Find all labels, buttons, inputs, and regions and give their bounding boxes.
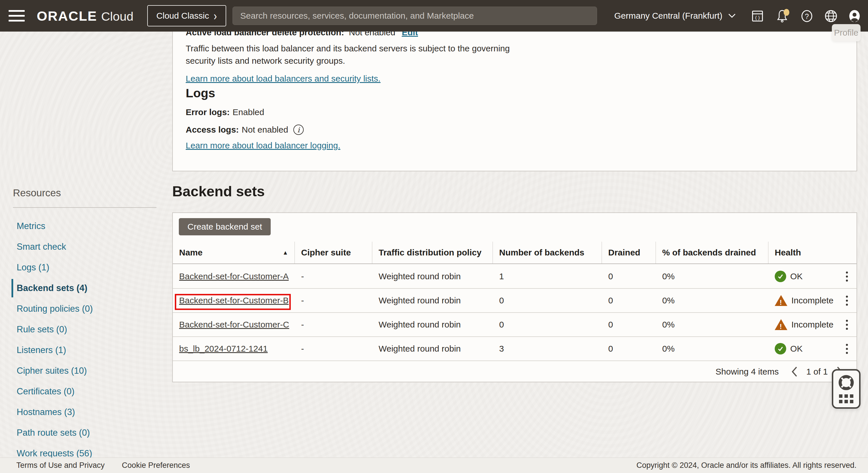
cookie-preferences-link[interactable]: Cookie Preferences [122, 461, 190, 470]
column-header-cipher-suite[interactable]: Cipher suite [295, 242, 372, 263]
drained-value: 0 [602, 344, 656, 354]
traffic-policy-value: Weighted round robin [372, 296, 493, 305]
info-icon[interactable]: i [293, 125, 304, 135]
health-ok-icon [775, 343, 786, 354]
logs-heading: Logs [186, 86, 215, 100]
column-header-pct-backends-drained[interactable]: % of backends drained [656, 242, 768, 263]
app-grid-icon[interactable] [839, 395, 854, 403]
table-header-row: Name▲ Cipher suite Traffic distribution … [173, 242, 857, 264]
backend-set-link[interactable]: bs_lb_2024-0712-1241 [179, 344, 268, 353]
drained-value: 0 [602, 272, 656, 281]
brand-oracle: ORACLE [37, 8, 97, 24]
backends-count-value: 1 [493, 272, 602, 281]
cipher-suite-value: - [295, 320, 372, 329]
row-actions-kebab-icon[interactable] [844, 269, 850, 284]
backend-set-link[interactable]: Backend-set-for-Customer-B [179, 296, 289, 305]
sidebar-divider [13, 207, 156, 208]
column-header-drained[interactable]: Drained [602, 242, 656, 263]
page-footer: Terms of Use and Privacy Cookie Preferen… [0, 458, 868, 473]
column-header-health[interactable]: Health [768, 242, 857, 263]
backend-set-link[interactable]: Backend-set-for-Customer-C [179, 320, 289, 329]
error-logs-label: Error logs: [186, 107, 229, 117]
backends-count-value: 3 [493, 344, 602, 354]
svg-text:?: ? [805, 12, 809, 20]
table-footer: Showing 4 items 1 of 1 [173, 361, 857, 382]
table-row: Backend-set-for-Customer-C - Weighted ro… [173, 313, 857, 337]
row-actions-kebab-icon[interactable] [844, 317, 850, 333]
sidebar-item-listeners[interactable]: Listeners (1) [0, 340, 161, 360]
load-balancer-details-card: Active load balancer delete protection: … [172, 20, 857, 171]
cipher-suite-value: - [295, 296, 372, 305]
table-body: Backend-set-for-Customer-A - Weighted ro… [173, 264, 857, 361]
showing-items-text: Showing 4 items [716, 367, 779, 377]
health-status-label: OK [790, 272, 803, 281]
column-header-number-of-backends[interactable]: Number of backends [493, 242, 602, 263]
terms-privacy-link[interactable]: Terms of Use and Privacy [17, 461, 105, 470]
globe-language-icon[interactable] [825, 9, 838, 23]
row-actions-kebab-icon[interactable] [844, 293, 850, 309]
column-header-traffic-policy[interactable]: Traffic distribution policy [372, 242, 493, 263]
table-row: Backend-set-for-Customer-A - Weighted ro… [173, 264, 857, 289]
sidebar-item-certificates[interactable]: Certificates (0) [0, 381, 161, 402]
sidebar-item-rule-sets[interactable]: Rule sets (0) [0, 319, 161, 340]
traffic-description: Traffic between this load balancer and i… [186, 42, 510, 67]
sidebar-item-path-route-sets[interactable]: Path route sets (0) [0, 422, 161, 443]
developer-console-icon[interactable]: ⟨⟩ [751, 9, 764, 23]
notifications-bell-icon[interactable] [776, 9, 789, 23]
security-lists-link[interactable]: Learn more about load balancers and secu… [186, 74, 381, 84]
health-ok-icon [775, 271, 786, 282]
create-backend-set-button[interactable]: Create backend set [179, 218, 271, 235]
sort-ascending-icon: ▲ [282, 249, 288, 256]
column-header-name[interactable]: Name▲ [173, 242, 295, 263]
traffic-policy-value: Weighted round robin [372, 272, 493, 281]
backend-set-link[interactable]: Backend-set-for-Customer-A [179, 272, 289, 281]
drained-pct-value: 0% [656, 272, 768, 281]
drained-value: 0 [602, 320, 656, 329]
drained-pct-value: 0% [656, 296, 768, 305]
search-input[interactable] [232, 7, 597, 25]
cipher-suite-value: - [295, 272, 372, 281]
sidebar-item-backend-sets[interactable]: Backend sets (4) [0, 278, 161, 298]
chevron-down-icon [727, 13, 736, 19]
sidebar-item-logs[interactable]: Logs (1) [0, 257, 161, 278]
logging-link[interactable]: Learn more about load balancer logging. [186, 140, 340, 150]
sidebar-resources-list: Metrics Smart check Logs (1) Backend set… [0, 216, 161, 464]
region-selector[interactable]: Germany Central (Frankfurt) [614, 0, 736, 32]
backend-sets-heading: Backend sets [172, 183, 265, 200]
row-actions-kebab-icon[interactable] [844, 341, 850, 357]
help-icon[interactable]: ? [800, 9, 813, 23]
sidebar-item-hostnames[interactable]: Hostnames (3) [0, 402, 161, 422]
health-status-label: Incomplete [792, 296, 834, 305]
backends-count-value: 0 [493, 320, 602, 329]
hamburger-menu-icon[interactable] [9, 10, 25, 22]
brand-cloud: Cloud [101, 9, 133, 24]
backend-sets-table-card: Create backend set Name▲ Cipher suite Tr… [172, 212, 857, 382]
support-life-ring-icon[interactable] [838, 375, 854, 390]
sidebar-item-smart-check[interactable]: Smart check [0, 236, 161, 257]
cipher-suite-value: - [295, 344, 372, 354]
backends-count-value: 0 [493, 296, 602, 305]
traffic-policy-value: Weighted round robin [372, 320, 493, 329]
health-status-label: OK [790, 344, 803, 354]
error-logs-value: Enabled [232, 107, 264, 117]
drained-pct-value: 0% [656, 344, 768, 354]
health-warning-icon: ! [775, 295, 787, 306]
profile-avatar-icon[interactable] [848, 9, 861, 23]
cloud-classic-button[interactable]: Cloud Classic › [147, 5, 226, 26]
page-indicator: 1 of 1 [806, 367, 828, 377]
chevron-right-icon: › [214, 9, 217, 23]
profile-tooltip: Profile [832, 24, 861, 41]
health-warning-icon: ! [775, 319, 787, 330]
drained-value: 0 [602, 296, 656, 305]
copyright-text: Copyright © 2024, Oracle and/or its affi… [637, 461, 857, 470]
sidebar-item-metrics[interactable]: Metrics [0, 216, 161, 236]
previous-page-icon[interactable] [791, 366, 798, 377]
top-navigation-bar: ORACLE Cloud Cloud Classic › Germany Cen… [0, 0, 868, 32]
oracle-cloud-logo[interactable]: ORACLE Cloud [37, 8, 133, 24]
sidebar-item-cipher-suites[interactable]: Cipher suites (10) [0, 360, 161, 381]
traffic-policy-value: Weighted round robin [372, 344, 493, 354]
sidebar-item-routing-policies[interactable]: Routing policies (0) [0, 298, 161, 319]
access-logs-row: Access logs: Not enabled i [186, 125, 304, 135]
notification-badge [784, 9, 789, 16]
cloud-classic-label: Cloud Classic [156, 11, 209, 21]
